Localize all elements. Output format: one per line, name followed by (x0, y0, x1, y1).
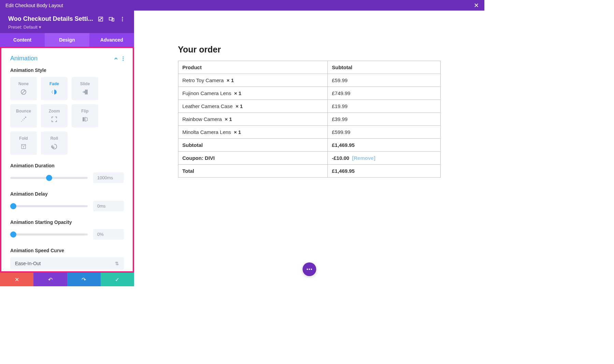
svg-point-3 (122, 17, 123, 18)
item-price: £749.99 (327, 87, 440, 100)
zoom-icon (51, 116, 58, 123)
svg-point-14 (21, 121, 22, 122)
style-slide[interactable]: Slide (72, 77, 98, 100)
item-price: £59.99 (327, 74, 440, 87)
slide-icon (82, 88, 88, 96)
item-qty: × 1 (235, 103, 243, 109)
item-price: £19.99 (327, 100, 440, 113)
slider-opacity[interactable] (10, 233, 88, 236)
cancel-button[interactable]: ✕ (0, 273, 33, 286)
total-value: £1,469.95 (327, 165, 440, 178)
total-label: Total (178, 165, 327, 178)
redo-button[interactable]: ↷ (67, 273, 101, 286)
slider-delay[interactable] (10, 205, 88, 207)
settings-title: Woo Checkout Details Setti... (8, 15, 93, 22)
item-name: Fujinon Camera Lens (182, 90, 231, 96)
fade-icon (51, 88, 58, 96)
value-opacity[interactable]: 0% (93, 229, 124, 240)
svg-point-17 (25, 117, 26, 118)
slider-duration[interactable] (10, 177, 88, 179)
subtotal-label: Subtotal (178, 139, 327, 152)
svg-point-5 (122, 20, 123, 21)
item-name: Leather Camera Case (182, 103, 233, 109)
label-opacity: Animation Starting Opacity (10, 219, 124, 225)
svg-point-7 (123, 58, 124, 59)
devices-icon[interactable] (108, 16, 115, 22)
table-row: Retro Toy Camera × 1£59.99 (178, 74, 440, 87)
svg-rect-13 (85, 90, 87, 94)
table-row: Leather Camera Case × 1£19.99 (178, 100, 440, 113)
label-animation-style: Animation Style (10, 67, 124, 73)
svg-point-22 (311, 269, 312, 270)
item-price: £39.99 (327, 113, 440, 126)
tab-advanced[interactable]: Advanced (89, 33, 134, 47)
order-title: Your order (178, 45, 441, 55)
style-fade[interactable]: Fade (41, 77, 68, 100)
item-qty: × 1 (234, 129, 241, 135)
save-button[interactable]: ✓ (101, 273, 134, 286)
value-delay[interactable]: 0ms (93, 201, 124, 211)
more-options-icon[interactable] (119, 16, 126, 22)
bounce-icon (20, 116, 27, 123)
item-name: Minolta Camera Lens (182, 129, 231, 135)
tab-design[interactable]: Design (45, 33, 89, 47)
subtotal-value: £1,469.95 (327, 139, 440, 152)
tab-content[interactable]: Content (0, 33, 45, 47)
coupon-value: -£10.00 (332, 155, 349, 161)
svg-rect-18 (83, 117, 85, 121)
style-zoom[interactable]: Zoom (41, 104, 68, 127)
table-row: Minolta Camera Lens × 1£599.99 (178, 126, 440, 139)
none-icon (20, 88, 27, 96)
svg-point-4 (122, 18, 123, 19)
svg-point-21 (309, 269, 310, 270)
svg-point-12 (52, 93, 53, 93)
item-qty: × 1 (234, 90, 241, 96)
select-speed-curve[interactable]: Ease-In-Out⇅ (10, 257, 124, 270)
style-roll[interactable]: Roll (41, 132, 68, 155)
roll-icon (51, 143, 58, 150)
remove-coupon-link[interactable]: [Remove] (352, 155, 375, 161)
label-duration: Animation Duration (10, 163, 124, 168)
preset-dropdown[interactable]: Preset: Default ▾ (8, 25, 126, 30)
th-subtotal: Subtotal (327, 61, 440, 74)
style-none[interactable]: None (10, 77, 37, 100)
flip-icon (82, 116, 88, 123)
value-duration[interactable]: 1000ms (93, 172, 124, 183)
item-qty: × 1 (225, 116, 232, 122)
svg-point-16 (24, 118, 25, 119)
svg-rect-2 (112, 18, 114, 21)
item-name: Retro Toy Camera (182, 77, 224, 83)
chevron-updown-icon: ⇅ (115, 261, 119, 266)
close-icon[interactable]: ✕ (474, 2, 479, 9)
table-row: Fujinon Camera Lens × 1£749.99 (178, 87, 440, 100)
label-delay: Animation Delay (10, 191, 124, 197)
fold-icon (20, 143, 27, 150)
item-name: Rainbow Camera (182, 116, 222, 122)
svg-point-15 (23, 120, 24, 121)
style-flip[interactable]: Flip (72, 104, 98, 127)
coupon-label: Coupon: DIVI (178, 152, 327, 165)
page-title: Edit Checkout Body Layout (5, 3, 63, 8)
item-qty: × 1 (226, 77, 234, 83)
section-title-animation[interactable]: Animation (10, 55, 109, 62)
svg-point-8 (123, 60, 124, 61)
style-fold[interactable]: Fold (10, 132, 37, 155)
expand-icon[interactable] (97, 16, 104, 22)
th-product: Product (178, 61, 327, 74)
undo-button[interactable]: ↶ (33, 273, 67, 286)
svg-point-10 (52, 91, 53, 91)
page-settings-fab[interactable] (303, 262, 316, 276)
label-speed-curve: Animation Speed Curve (10, 248, 124, 253)
table-row: Rainbow Camera × 1£39.99 (178, 113, 440, 126)
svg-point-20 (307, 269, 308, 270)
item-price: £599.99 (327, 126, 440, 139)
svg-point-11 (52, 92, 52, 92)
chevron-up-icon[interactable] (114, 56, 118, 61)
svg-point-6 (123, 56, 124, 57)
style-bounce[interactable]: Bounce (10, 104, 37, 127)
settings-tabs: Content Design Advanced (0, 33, 134, 47)
order-table: Product Subtotal Retro Toy Camera × 1£59… (178, 61, 441, 178)
more-icon[interactable] (122, 56, 124, 61)
